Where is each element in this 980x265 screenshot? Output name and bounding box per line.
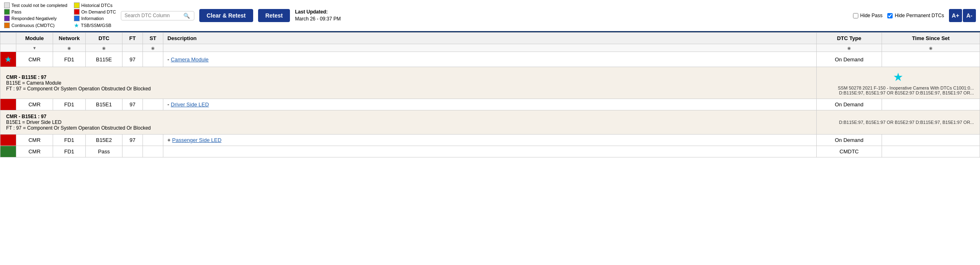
dtctype-filter-icon[interactable]: ◉ bbox=[847, 46, 851, 50]
hide-pass-label: Hide Pass bbox=[860, 13, 883, 18]
ssm-cell: ★SSM 50278 2021 F-150 - Inoperative Came… bbox=[817, 67, 980, 99]
module-cell: CMR bbox=[16, 135, 53, 146]
network-cell: FD1 bbox=[53, 135, 86, 146]
desc-cell bbox=[163, 146, 817, 157]
legend-item-historical: Historical DTCs bbox=[74, 2, 116, 8]
hide-permanent-label: Hide Permanent DTCs bbox=[895, 13, 944, 18]
module-filter-icon[interactable]: ▼ bbox=[33, 46, 37, 50]
dtc-cell: B15E2 bbox=[86, 135, 122, 146]
font-decrease-button[interactable]: A- bbox=[963, 9, 976, 22]
detail-text-cell: CMR - B15E1 : 97B15E1 = Driver Side LEDF… bbox=[0, 110, 817, 135]
th-dtctype: DTC Type bbox=[817, 33, 882, 44]
th-network: Network bbox=[53, 33, 86, 44]
legend: Test could not be completed Historical D… bbox=[4, 2, 116, 29]
legend-label-negative: Responded Negatively bbox=[11, 16, 57, 21]
legend-label-pass: Pass bbox=[11, 9, 21, 14]
legend-label-information: Information bbox=[81, 16, 104, 21]
ssm-star-icon: ★ bbox=[822, 70, 974, 84]
legend-label-cannot-complete: Test could not be completed bbox=[11, 3, 67, 8]
star-icon: ★ bbox=[4, 55, 12, 64]
legend-color-continuous bbox=[4, 22, 10, 28]
desc-cell: +Passenger Side LED bbox=[163, 135, 817, 146]
collapse-icon[interactable]: - bbox=[167, 101, 169, 108]
hide-pass-wrap[interactable]: Hide Pass bbox=[853, 13, 883, 18]
th-module: Module bbox=[16, 33, 53, 44]
table-row: CMR FD1 B15E2 97 +Passenger Side LED On … bbox=[0, 135, 980, 146]
legend-item-continuous: Continuous (CMDTC) bbox=[4, 22, 67, 29]
th-description: Description bbox=[163, 33, 817, 44]
hide-permanent-checkbox[interactable] bbox=[887, 13, 893, 18]
search-icon: 🔍 bbox=[183, 13, 190, 19]
th-sub-module[interactable]: ▼ bbox=[16, 44, 53, 52]
network-filter-icon[interactable]: ◉ bbox=[67, 46, 71, 50]
dtc-cell: Pass bbox=[86, 146, 122, 157]
legend-item-ondemand: On Demand DTC bbox=[74, 9, 116, 15]
legend-color-cannot-complete bbox=[4, 2, 10, 8]
clear-retest-button[interactable]: Clear & Retest bbox=[199, 9, 253, 22]
th-sub-st[interactable]: ◉ bbox=[143, 44, 163, 52]
th-sub-ft bbox=[122, 44, 143, 52]
th-sub-dtc[interactable]: ◉ bbox=[86, 44, 122, 52]
desc-link[interactable]: Passenger Side LED bbox=[172, 137, 222, 143]
st-cell bbox=[143, 99, 163, 110]
status-cell: ★ bbox=[0, 52, 16, 67]
dtc-filter-icon[interactable]: ◉ bbox=[102, 46, 106, 50]
status-cell bbox=[0, 99, 16, 110]
module-cell: CMR bbox=[16, 146, 53, 157]
legend-color-negative bbox=[4, 16, 10, 21]
timeset-filter-icon[interactable]: ◉ bbox=[929, 46, 933, 50]
star-icon: ★ bbox=[74, 22, 79, 29]
timeset-cell bbox=[882, 99, 980, 110]
desc-link[interactable]: Camera Module bbox=[171, 56, 209, 63]
st-cell bbox=[143, 146, 163, 157]
legend-item-pass: Pass bbox=[4, 9, 67, 15]
th-timeset: Time Since Set bbox=[882, 33, 980, 44]
ssm-text: SSM 50278 2021 F-150 - Inoperative Camer… bbox=[838, 85, 974, 95]
desc-cell: -Camera Module bbox=[163, 52, 817, 67]
network-cell: FD1 bbox=[53, 146, 86, 157]
search-input[interactable] bbox=[125, 13, 182, 18]
th-dtc: DTC bbox=[86, 33, 122, 44]
dtctype-cell: On Demand bbox=[817, 52, 882, 67]
legend-color-pass bbox=[4, 9, 10, 15]
font-increase-button[interactable]: A+ bbox=[949, 9, 962, 22]
th-ft: FT bbox=[122, 33, 143, 44]
ft-cell: 97 bbox=[122, 52, 143, 67]
ft-cell: 97 bbox=[122, 99, 143, 110]
legend-color-ondemand bbox=[74, 9, 80, 15]
font-size-buttons: A+ A- bbox=[949, 9, 976, 22]
search-wrap[interactable]: 🔍 bbox=[121, 11, 194, 20]
ssm-cell: D:B115E:97, B15E1:97 OR B15E2:97 D:B115E… bbox=[817, 110, 980, 135]
st-filter-icon[interactable]: ◉ bbox=[151, 46, 155, 50]
ft-cell: 97 bbox=[122, 135, 143, 146]
th-sub-dtctype[interactable]: ◉ bbox=[817, 44, 882, 52]
status-cell bbox=[0, 135, 16, 146]
dtc-cell: B115E bbox=[86, 52, 122, 67]
st-cell bbox=[143, 52, 163, 67]
dtctype-cell: On Demand bbox=[817, 135, 882, 146]
table-wrap: Module Network DTC FT ST Description DTC… bbox=[0, 32, 980, 157]
legend-label-historical: Historical DTCs bbox=[81, 3, 112, 8]
hide-pass-checkbox[interactable] bbox=[853, 13, 858, 18]
desc-link[interactable]: Driver Side LED bbox=[171, 101, 209, 108]
toolbar: Test could not be completed Historical D… bbox=[0, 0, 980, 32]
collapse-icon[interactable]: - bbox=[167, 56, 169, 63]
st-cell bbox=[143, 135, 163, 146]
last-updated-label: Last Updated: bbox=[295, 9, 341, 16]
expand-icon[interactable]: + bbox=[167, 137, 171, 143]
table-row: ★ CMR FD1 B115E 97 -Camera Module On Dem… bbox=[0, 52, 980, 67]
retest-button[interactable]: Retest bbox=[258, 9, 290, 22]
legend-label-ondemand: On Demand DTC bbox=[81, 9, 116, 14]
legend-item-negative: Responded Negatively bbox=[4, 16, 67, 21]
network-cell: FD1 bbox=[53, 52, 86, 67]
th-sub-timeset[interactable]: ◉ bbox=[882, 44, 980, 52]
hide-permanent-wrap[interactable]: Hide Permanent DTCs bbox=[887, 13, 944, 18]
dtctype-cell: On Demand bbox=[817, 99, 882, 110]
th-status bbox=[0, 33, 16, 44]
ft-cell bbox=[122, 146, 143, 157]
legend-color-information bbox=[74, 16, 80, 21]
legend-item-information: Information bbox=[74, 16, 116, 21]
legend-item-tsb: ★ TSB/SSM/GSB bbox=[74, 22, 116, 29]
th-st: ST bbox=[143, 33, 163, 44]
th-sub-network[interactable]: ◉ bbox=[53, 44, 86, 52]
